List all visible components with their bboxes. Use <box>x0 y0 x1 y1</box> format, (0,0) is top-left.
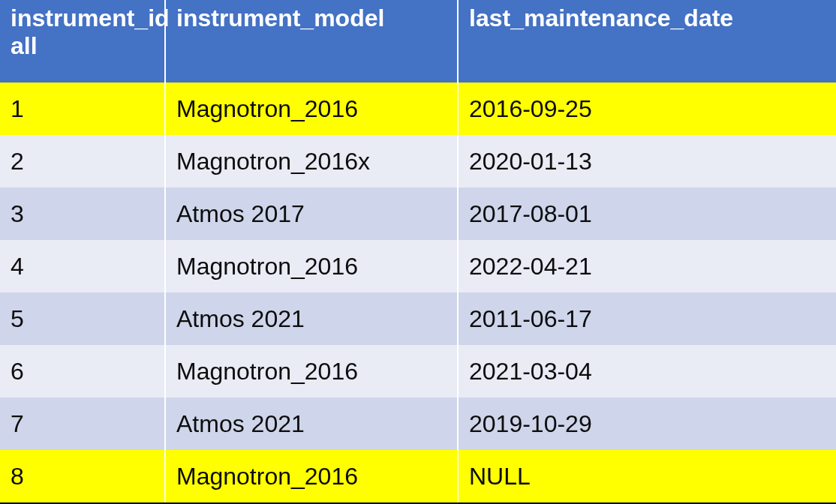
cell-instrument-model: Atmos 2021 <box>165 398 458 450</box>
cell-instrument-id: 1 <box>0 82 165 135</box>
data-table: instrument_id all instrument_model last_… <box>0 0 836 502</box>
column-header-instrument-id: instrument_id all <box>0 0 165 82</box>
cell-last-maintenance-date: 2016-09-25 <box>458 82 836 135</box>
cell-last-maintenance-date: 2017-08-01 <box>458 188 836 240</box>
cell-last-maintenance-date: 2022-04-21 <box>458 240 836 292</box>
column-header-last-maintenance-date: last_maintenance_date <box>458 0 836 82</box>
cell-last-maintenance-date: 2021-03-04 <box>458 345 836 398</box>
table-row: 7 Atmos 2021 2019-10-29 <box>0 398 836 450</box>
column-header-instrument-model: instrument_model <box>165 0 458 82</box>
cell-last-maintenance-date: 2011-06-17 <box>458 292 836 345</box>
table-row: 1 Magnotron_2016 2016-09-25 <box>0 82 836 135</box>
cell-instrument-model: Magnotron_2016x <box>165 135 458 188</box>
cell-instrument-model: Atmos 2021 <box>165 292 458 345</box>
cell-instrument-id: 8 <box>0 450 165 502</box>
data-table-container: instrument_id all instrument_model last_… <box>0 0 836 504</box>
table-row: 6 Magnotron_2016 2021-03-04 <box>0 345 836 398</box>
cell-instrument-model: Magnotron_2016 <box>165 345 458 398</box>
cell-instrument-id: 5 <box>0 292 165 345</box>
cell-instrument-model: Magnotron_2016 <box>165 450 458 502</box>
table-row: 3 Atmos 2017 2017-08-01 <box>0 188 836 240</box>
cell-instrument-model: Atmos 2017 <box>165 188 458 240</box>
cell-instrument-id: 6 <box>0 345 165 398</box>
cell-last-maintenance-date: 2019-10-29 <box>458 398 836 450</box>
cell-instrument-model: Magnotron_2016 <box>165 240 458 292</box>
cell-last-maintenance-date: 2020-01-13 <box>458 135 836 188</box>
cell-last-maintenance-date: NULL <box>458 450 836 502</box>
table-header-row: instrument_id all instrument_model last_… <box>0 0 836 82</box>
cell-instrument-model: Magnotron_2016 <box>165 82 458 135</box>
cell-instrument-id: 3 <box>0 188 165 240</box>
cell-instrument-id: 2 <box>0 135 165 188</box>
cell-instrument-id: 4 <box>0 240 165 292</box>
table-row: 8 Magnotron_2016 NULL <box>0 450 836 502</box>
table-row: 2 Magnotron_2016x 2020-01-13 <box>0 135 836 188</box>
table-row: 5 Atmos 2021 2011-06-17 <box>0 292 836 345</box>
table-row: 4 Magnotron_2016 2022-04-21 <box>0 240 836 292</box>
cell-instrument-id: 7 <box>0 398 165 450</box>
